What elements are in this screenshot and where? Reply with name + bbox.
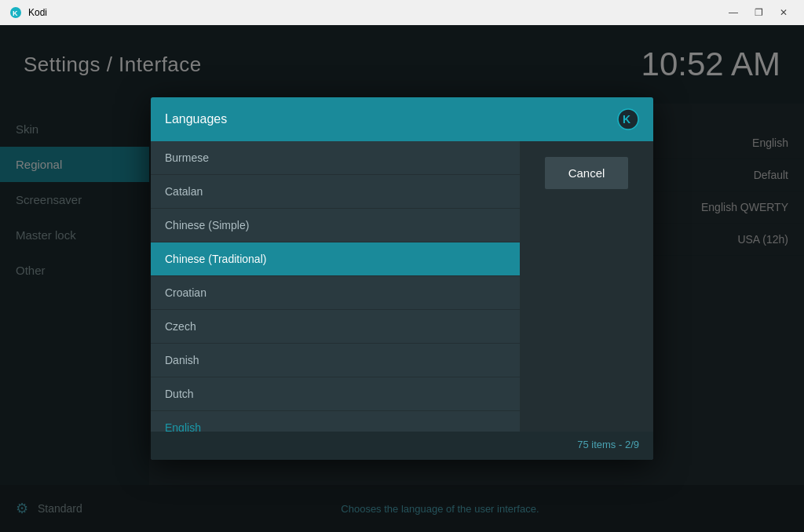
kodi-logo: K: [617, 108, 639, 130]
window-controls: — ❐ ✕: [722, 4, 795, 21]
items-count: 75 items - 2/9: [577, 439, 639, 450]
svg-text:K: K: [13, 9, 18, 17]
dialog-body: BurmeseCatalanChinese (Simple)Chinese (T…: [151, 141, 653, 432]
dialog-footer: 75 items - 2/9: [151, 432, 653, 460]
app-title: Kodi: [28, 7, 47, 18]
minimize-button[interactable]: —: [722, 4, 744, 21]
language-list-item[interactable]: Danish: [151, 344, 520, 377]
languages-dialog: Languages K BurmeseCatalanChinese (Simpl…: [151, 97, 653, 460]
language-list-item[interactable]: Dutch: [151, 377, 520, 411]
language-list-item[interactable]: Croatian: [151, 276, 520, 310]
language-list[interactable]: BurmeseCatalanChinese (Simple)Chinese (T…: [151, 141, 520, 432]
language-list-item[interactable]: Czech: [151, 310, 520, 344]
close-button[interactable]: ✕: [773, 4, 795, 21]
dialog-header: Languages K: [151, 97, 653, 141]
main-area: Settings / Interface 10:52 AM Skin Regio…: [0, 25, 804, 532]
dialog-title: Languages: [165, 112, 227, 126]
kodi-icon: K: [9, 6, 22, 19]
language-list-item[interactable]: Chinese (Simple): [151, 209, 520, 242]
language-list-item[interactable]: Burmese: [151, 141, 520, 175]
language-list-item[interactable]: English: [151, 411, 520, 432]
dialog-right-panel: Cancel: [520, 141, 653, 432]
language-list-item[interactable]: Chinese (Traditional): [151, 242, 520, 276]
svg-text:K: K: [623, 113, 630, 126]
modal-overlay: Languages K BurmeseCatalanChinese (Simpl…: [0, 25, 804, 532]
language-list-item[interactable]: Catalan: [151, 175, 520, 209]
cancel-button[interactable]: Cancel: [545, 157, 629, 189]
maximize-button[interactable]: ❐: [747, 4, 769, 21]
title-bar-left: K Kodi: [9, 6, 47, 19]
title-bar: K Kodi — ❐ ✕: [0, 0, 804, 25]
